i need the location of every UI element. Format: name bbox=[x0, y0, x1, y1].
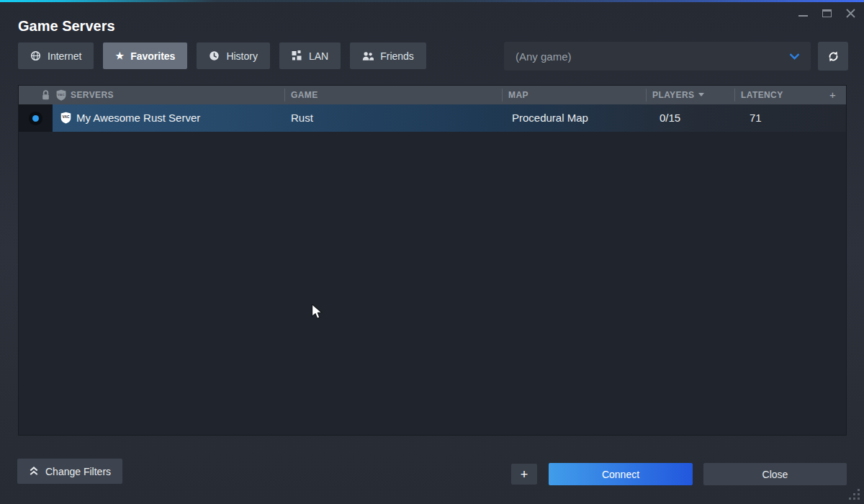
change-filters-label: Change Filters bbox=[45, 466, 111, 477]
lan-icon bbox=[292, 50, 302, 61]
vac-secured-icon: VAC bbox=[60, 112, 72, 125]
tab-label: Friends bbox=[380, 50, 414, 62]
maximize-icon bbox=[822, 9, 832, 17]
close-button[interactable]: Close bbox=[703, 463, 847, 485]
game-filter-dropdown[interactable]: (Any game) bbox=[504, 42, 811, 71]
server-status-cell bbox=[19, 104, 53, 132]
close-icon bbox=[845, 8, 856, 19]
friends-icon bbox=[362, 51, 374, 61]
column-header-game[interactable]: GAME bbox=[291, 86, 318, 104]
column-header-players[interactable]: PLAYERS bbox=[652, 86, 704, 104]
add-server-button[interactable]: + bbox=[511, 464, 537, 485]
server-game: Rust bbox=[291, 104, 313, 132]
sort-descending-icon bbox=[698, 93, 704, 96]
resize-grip[interactable] bbox=[849, 489, 851, 491]
table-header-row: VAC SERVERS GAME MAP PLAYERS LATENCY + bbox=[19, 86, 846, 104]
tab-history[interactable]: History bbox=[197, 42, 270, 69]
server-table: VAC SERVERS GAME MAP PLAYERS LATENCY + V… bbox=[18, 85, 847, 436]
server-players: 0/15 bbox=[660, 104, 680, 132]
globe-icon bbox=[30, 50, 41, 61]
window-controls bbox=[796, 6, 857, 20]
server-status-icon bbox=[29, 112, 42, 125]
server-map: Procedural Map bbox=[512, 104, 588, 132]
server-row-selected[interactable]: VAC My Awesome Rust Server Rust Procedur… bbox=[19, 104, 846, 132]
window-accent-bar bbox=[0, 0, 864, 2]
column-header-servers[interactable]: SERVERS bbox=[71, 86, 114, 104]
column-divider bbox=[646, 89, 647, 102]
server-latency: 71 bbox=[750, 104, 762, 132]
column-header-map[interactable]: MAP bbox=[508, 86, 528, 104]
tab-favorites[interactable]: ★ Favorites bbox=[103, 42, 187, 69]
mouse-cursor bbox=[311, 303, 323, 321]
svg-text:VAC: VAC bbox=[63, 115, 70, 119]
tab-label: Favorites bbox=[130, 50, 175, 62]
chevron-down-icon bbox=[789, 53, 800, 60]
vac-shield-icon: VAC bbox=[55, 89, 67, 102]
server-name: My Awesome Rust Server bbox=[76, 104, 200, 132]
tab-internet[interactable]: Internet bbox=[18, 42, 94, 69]
column-divider bbox=[284, 89, 285, 102]
column-divider bbox=[734, 89, 735, 102]
minimize-button[interactable] bbox=[796, 6, 809, 19]
plus-icon: + bbox=[521, 468, 528, 481]
tab-label: History bbox=[226, 50, 258, 62]
server-source-tabs: Internet ★ Favorites History LAN Friends bbox=[18, 42, 426, 69]
add-column-button[interactable]: + bbox=[829, 86, 836, 104]
close-label: Close bbox=[762, 469, 788, 480]
column-header-latency[interactable]: LATENCY bbox=[741, 86, 783, 104]
tab-label: Internet bbox=[48, 50, 81, 62]
change-filters-button[interactable]: Change Filters bbox=[17, 459, 122, 484]
column-divider bbox=[502, 89, 503, 102]
tab-lan[interactable]: LAN bbox=[279, 42, 341, 69]
connect-button[interactable]: Connect bbox=[549, 463, 693, 485]
refresh-icon bbox=[827, 50, 840, 63]
lock-icon bbox=[40, 89, 51, 101]
star-icon: ★ bbox=[115, 51, 124, 60]
refresh-button[interactable] bbox=[818, 42, 848, 71]
maximize-button[interactable] bbox=[820, 6, 833, 19]
tab-friends[interactable]: Friends bbox=[350, 42, 426, 69]
minimize-icon bbox=[798, 15, 808, 17]
game-filter-value: (Any game) bbox=[516, 50, 572, 63]
double-chevron-up-icon bbox=[29, 466, 39, 477]
svg-text:VAC: VAC bbox=[58, 93, 66, 96]
close-window-button[interactable] bbox=[844, 6, 857, 19]
connect-label: Connect bbox=[602, 469, 639, 480]
tab-label: LAN bbox=[309, 50, 328, 62]
page-title: Game Servers bbox=[18, 18, 115, 35]
clock-icon bbox=[209, 50, 220, 61]
